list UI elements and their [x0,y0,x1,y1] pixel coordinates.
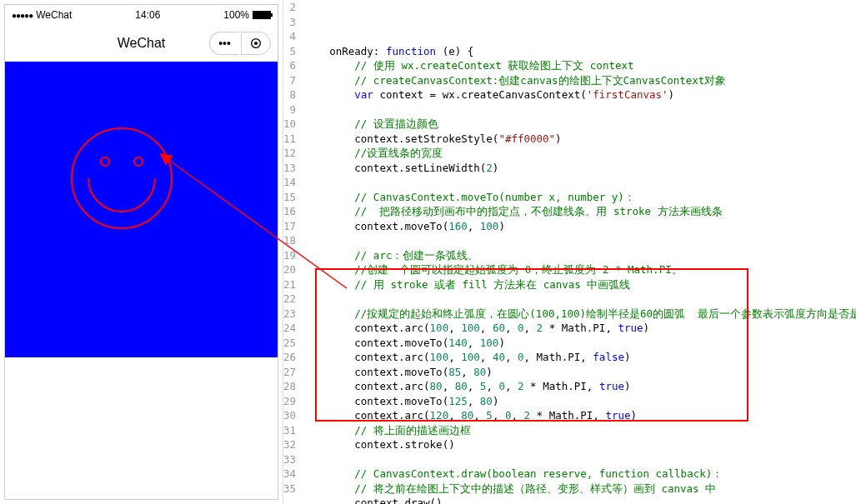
code-line[interactable]: context.moveTo(140, 100) [304,336,856,351]
phone-frame: ●●●●● WeChat 14:06 100% WeChat ••• [4,4,278,500]
line-number: 30 [283,408,296,423]
nav-bar: WeChat ••• [5,25,278,62]
code-line[interactable]: context.arc(100, 100, 60, 0, 2 * Math.PI… [304,321,856,336]
code-line[interactable]: // arc：创建一条弧线。 [304,248,856,263]
status-bar: ●●●●● WeChat 14:06 100% [5,5,278,25]
line-number: 9 [283,102,296,117]
line-number: 11 [283,132,296,147]
target-icon [249,37,263,50]
code-line[interactable] [304,175,856,190]
code-line[interactable] [304,452,856,467]
close-button[interactable] [241,32,271,55]
ellipsis-icon: ••• [218,37,231,50]
code-line[interactable]: //按规定的起始和终止弧度，在圆心(100,100)绘制半径是60的圆弧 最后一… [304,307,856,322]
nav-title: WeChat [118,36,166,51]
code-line[interactable]: var context = wx.createCanvasContext('fi… [304,87,856,102]
code-line[interactable]: // 设置描边颜色 [304,117,856,132]
svg-point-2 [72,128,172,228]
line-number: 2 [283,0,296,15]
line-number: 27 [283,365,296,380]
line-number: 32 [283,437,296,452]
canvas-area[interactable] [5,62,278,357]
line-number: 10 [283,117,296,132]
code-editor-panel[interactable]: 2345678910111213141516171819202122232425… [283,0,856,504]
line-number: 28 [283,379,296,394]
svg-point-3 [101,157,109,166]
code-line[interactable]: context.arc(120, 80, 5, 0, 2 * Math.PI, … [304,408,856,423]
status-time: 14:06 [135,9,160,21]
carrier-text: WeChat [36,9,72,21]
code-line[interactable]: // CanvasContext.moveTo(number x, number… [304,190,856,205]
line-number: 24 [283,321,296,336]
line-number: 3 [283,15,296,30]
code-line[interactable]: // 用 stroke 或者 fill 方法来在 canvas 中画弧线 [304,277,856,292]
line-number-gutter: 2345678910111213141516171819202122232425… [283,0,304,504]
status-left: ●●●●● WeChat [12,9,72,21]
line-number: 17 [283,219,296,234]
code-line[interactable]: context.setStrokeStyle("#ff0000") [304,132,856,147]
line-number: 22 [283,292,296,307]
code-line[interactable]: context.draw() [304,496,856,504]
code-line[interactable]: context.arc(80, 80, 5, 0, 2 * Math.PI, t… [304,379,856,394]
line-number: 23 [283,307,296,322]
signal-icon: ●●●●● [12,11,33,20]
line-number: 4 [283,29,296,44]
line-number: 14 [283,175,296,190]
line-number: 12 [283,146,296,161]
line-number: 29 [283,394,296,409]
battery-percent: 100% [223,9,249,21]
code-line[interactable]: // 将上面的描述画边框 [304,423,856,438]
code-line[interactable]: // 将之前在绘图上下文中的描述（路径、变形、样式等）画到 canvas 中 [304,482,856,497]
line-number: 15 [283,190,296,205]
line-number: 35 [283,482,296,497]
code-line[interactable] [304,292,856,307]
line-number: 25 [283,336,296,351]
code-line[interactable]: context.setLineWidth(2) [304,161,856,176]
code-line[interactable]: context.stroke() [304,437,856,452]
code-line[interactable]: context.moveTo(85, 80) [304,365,856,380]
code-line[interactable]: context.moveTo(125, 80) [304,394,856,409]
code-line[interactable]: // 使用 wx.createContext 获取绘图上下文 context [304,58,856,73]
nav-buttons: ••• [209,32,271,55]
code-line[interactable]: context.arc(100, 100, 40, 0, Math.PI, fa… [304,350,856,365]
code-line[interactable] [304,102,856,117]
phone-preview-panel: ●●●●● WeChat 14:06 100% WeChat ••• [0,0,283,504]
line-number: 16 [283,204,296,219]
line-number: 26 [283,350,296,365]
code-line[interactable]: onReady: function (e) { [304,44,856,59]
line-number: 18 [283,233,296,248]
battery-icon [253,11,271,19]
smiley-drawing [38,95,205,262]
status-right: 100% [223,9,271,21]
code-line[interactable]: // 把路径移动到画布中的指定点，不创建线条。用 stroke 方法来画线条 [304,204,856,219]
code-line[interactable]: context.moveTo(160, 100) [304,219,856,234]
code-line[interactable]: // createCanvasContext:创建canvas的绘图上下文Can… [304,73,856,88]
code-line[interactable]: //设置线条的宽度 [304,146,856,161]
line-number: 13 [283,161,296,176]
code-line[interactable]: // CanvasContext.draw(boolean reserve, f… [304,467,856,482]
line-number: 8 [283,87,296,102]
line-number: 33 [283,452,296,467]
line-number: 5 [283,44,296,59]
code-line[interactable]: //创建一个圆可以指定起始弧度为 0，终止弧度为 2 * Math.PI。 [304,262,856,277]
line-number: 7 [283,73,296,88]
svg-point-1 [254,42,258,45]
code-line[interactable] [304,233,856,248]
svg-point-4 [134,157,143,166]
line-number: 6 [283,58,296,73]
code-content[interactable]: onReady: function (e) { // 使用 wx.createC… [304,0,856,504]
line-number: 19 [283,248,296,263]
line-number: 21 [283,277,296,292]
menu-button[interactable]: ••• [209,32,239,55]
line-number: 31 [283,423,296,438]
line-number: 34 [283,467,296,482]
line-number: 20 [283,262,296,277]
